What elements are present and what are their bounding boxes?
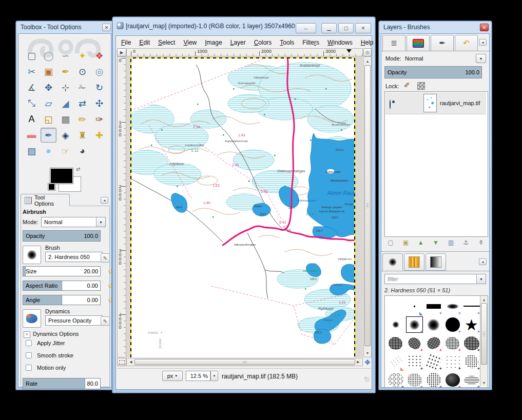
brush-cell[interactable]: + [462,352,481,371]
horizontal-ruler[interactable]: 0100020003000 [126,48,363,56]
bucket-fill-tool[interactable]: ◱ [41,112,56,127]
brush-cell[interactable]: + [443,315,462,334]
lock-paint-icon[interactable]: ✐ [404,81,410,89]
brush-cell[interactable]: + [443,352,462,371]
brush-cell[interactable]: ★+ [462,315,481,334]
menu-item[interactable]: Colors [250,37,276,48]
ink-tool[interactable]: ◈ [57,128,73,143]
opacity-slider[interactable]: Opacity 100.0 ▲▼ [23,230,101,242]
scroll-down-icon[interactable]: ▼ [480,380,488,385]
new-layer-button[interactable]: ▢ [384,238,397,247]
free-select-tool[interactable]: ∽ [57,48,73,63]
scissors-select-tool[interactable]: ✂ [24,64,40,79]
brush-cell[interactable] [386,334,405,352]
navigation-button[interactable]: ✥ [363,358,372,366]
maximize-button[interactable]: ▢ [338,23,354,33]
vertical-ruler[interactable]: 01000200030004000 [117,56,126,357]
brush-cell[interactable]: + [462,334,481,352]
brush-cell[interactable] [386,297,405,315]
window-extra-button[interactable]: ⇔ [296,23,316,33]
airbrush-tool[interactable]: ✒ [41,128,56,143]
brush-cell[interactable]: + [462,371,481,388]
quick-mask-button[interactable] [117,358,126,366]
ellipse-select-tool[interactable]: ◯ [41,48,56,63]
align-tool[interactable]: ⊹ [57,80,73,95]
layer-visibility-icon[interactable] [390,99,391,109]
duplicate-layer-button[interactable]: ▥ [444,238,457,247]
delete-layer-button[interactable]: ⚱ [475,238,487,247]
raise-layer-button[interactable]: ▲ [415,238,427,247]
menu-item[interactable]: View [179,37,201,48]
layer-opacity-slider[interactable]: Opacity 100.0 ▲▼ [384,66,482,78]
layers-title[interactable]: Layers - Brushes [379,21,492,33]
minimize-button[interactable]: ▁ [321,23,337,33]
layer-name[interactable]: rautjarvi_map.tif [440,100,480,106]
tab-gradients-dock[interactable] [426,253,446,271]
gradient-tool[interactable]: ▩ [57,112,73,127]
color-picker-tool[interactable]: ⊙ [74,64,90,79]
lower-layer-button[interactable]: ▼ [430,238,442,247]
vertical-scrollbar[interactable]: ▲ ▼ [363,56,372,357]
brush-cell[interactable]: ◣ [405,297,424,315]
scroll-up-icon[interactable]: ▲ [364,58,371,64]
layers-close-button[interactable]: ✕ [480,24,489,31]
menu-item[interactable]: Image [201,37,226,48]
select-by-color-tool[interactable]: ❖ [91,48,107,63]
zoom-follow-window-button[interactable]: ◎ [363,48,372,56]
toolbox-title[interactable]: Toolbox - Tool Options [16,21,113,33]
tab-paths[interactable]: ✒ [431,35,454,51]
lock-alpha-icon[interactable] [417,82,425,90]
foreground-select-tool[interactable]: ▣ [41,64,56,79]
tab-brushes[interactable] [407,35,430,51]
brushes-collapse-button[interactable]: ◂ [479,258,487,265]
new-group-button[interactable]: ▣ [399,238,412,247]
pencil-tool[interactable]: ✏ [74,112,90,127]
menu-item[interactable]: Help [357,37,378,48]
brush-field[interactable]: 2. Hardness 050 [45,252,103,262]
brush-cell[interactable]: + [405,352,424,371]
unit-select[interactable]: px▼ [162,371,183,381]
tab-layers[interactable]: ≣ [382,35,405,51]
resize-grip[interactable] [364,377,370,382]
brush-cell[interactable]: + [405,371,424,388]
menu-item[interactable]: File [117,37,135,48]
menu-item[interactable]: Windows [323,37,357,48]
layer-row[interactable]: rautjarvi_map.tif [385,92,486,114]
layer-thumbnail[interactable] [423,94,437,112]
blur-sharpen-tool[interactable]: ● [41,144,56,158]
rate-slider[interactable]: Rate 80.0 ▲▼ [23,378,101,389]
perspective-clone-tool[interactable]: ▨ [24,144,40,158]
smudge-tool[interactable]: ☞ [57,144,73,158]
rect-select-tool[interactable]: ▢ [24,48,40,63]
brush-edit-button[interactable]: ✎ [101,253,110,263]
horizontal-scrollbar[interactable]: ◀ ▶ [126,358,363,366]
brush-cell[interactable]: ◣ [386,352,405,371]
scroll-up-icon[interactable]: ▲ [480,297,488,302]
paintbrush-tool[interactable]: ✑ [91,112,107,127]
angle-slider[interactable]: Angle 0.00 ▲▼ [23,295,101,305]
brush-cell[interactable]: + [443,371,462,388]
brush-cell[interactable] [424,315,443,334]
eraser-tool[interactable]: ▬ [24,128,40,143]
scroll-right-icon[interactable]: ▶ [355,358,361,366]
close-button[interactable]: ✕ [355,23,371,33]
scroll-down-icon[interactable]: ▼ [364,350,371,356]
crop-tool[interactable]: ✁ [74,80,90,95]
dodge-burn-tool[interactable]: ◕ [74,144,90,158]
fuzzy-select-tool[interactable]: ✦ [74,48,90,63]
menu-item[interactable]: Select [154,37,179,48]
dynamics-thumbnail-button[interactable] [23,309,41,328]
brush-cell[interactable]: + [405,315,424,334]
dynamics-options-expander[interactable]: + [24,331,30,338]
zoom-select-arrow[interactable]: ▼ [210,371,218,381]
brush-cell[interactable]: + [424,334,443,352]
menu-item[interactable]: Edit [135,37,154,48]
brush-thumbnail-button[interactable] [23,246,41,264]
measure-tool[interactable]: ∡ [24,80,40,95]
menu-item[interactable]: Filters [298,37,323,48]
brush-scrollbar[interactable]: ▲ ▼ [480,296,488,386]
brush-cell[interactable]: + [424,371,443,388]
size-slider[interactable]: Size 20.00 ▲▼ [23,266,101,276]
zoom-value-field[interactable]: 12.5 % [186,371,210,381]
foreground-color-swatch[interactable] [50,168,73,184]
